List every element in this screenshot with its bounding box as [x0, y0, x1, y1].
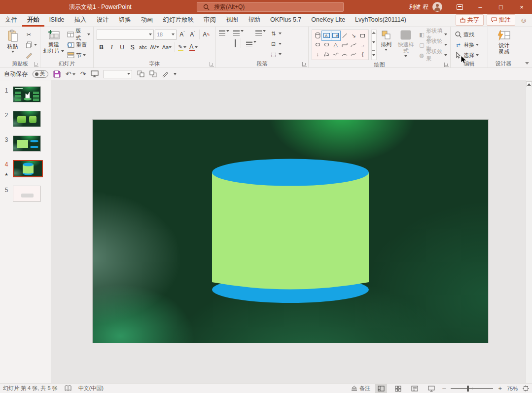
- format-painter-button[interactable]: [24, 51, 38, 60]
- shape-elbow-connector[interactable]: [340, 40, 349, 50]
- slide-thumbnail-2[interactable]: 2: [0, 111, 51, 127]
- close-button[interactable]: ×: [511, 0, 532, 14]
- tab-animations[interactable]: 动画: [136, 14, 158, 27]
- increase-font-button[interactable]: Aˆ: [177, 30, 187, 40]
- shape-down-arrow[interactable]: ↓: [313, 49, 322, 59]
- start-slideshow-button[interactable]: [91, 70, 99, 77]
- qat-overflow-caret[interactable]: [174, 73, 177, 75]
- shape-rectangle[interactable]: [358, 31, 367, 40]
- maximize-button[interactable]: □: [491, 0, 511, 14]
- tab-file[interactable]: 文件: [0, 14, 22, 27]
- shape-triangle[interactable]: △: [331, 40, 340, 50]
- tab-onekey[interactable]: OneKey Lite: [306, 14, 350, 27]
- share-button[interactable]: 共享: [456, 14, 484, 26]
- zoom-percent[interactable]: 75%: [507, 386, 518, 392]
- text-shadow-button[interactable]: S: [128, 42, 137, 53]
- shape-freeform[interactable]: [322, 49, 331, 59]
- slide-thumbnail-3[interactable]: 3: [0, 135, 51, 152]
- shape-scribble[interactable]: [331, 49, 340, 59]
- section-button[interactable]: 节: [66, 51, 91, 60]
- convert-smartart-button[interactable]: ⬚: [269, 50, 283, 59]
- feedback-smiley-icon[interactable]: ☺: [520, 16, 527, 24]
- shape-curve[interactable]: [349, 49, 358, 59]
- gallery-down-caret[interactable]: [372, 41, 375, 43]
- redo-button[interactable]: ↷: [80, 70, 86, 78]
- shape-right-arrow[interactable]: →: [358, 40, 367, 50]
- search-box[interactable]: 搜索(Alt+Q): [197, 2, 344, 12]
- slide-thumb-image[interactable]: [13, 160, 43, 177]
- align-text-button[interactable]: ⊡: [269, 39, 283, 48]
- columns-button[interactable]: [246, 41, 256, 46]
- shape-textbox[interactable]: A: [322, 31, 331, 40]
- quick-styles-button[interactable]: 快速样式: [396, 29, 416, 61]
- normal-view-button[interactable]: [375, 384, 387, 393]
- gallery-more-button[interactable]: [372, 50, 375, 58]
- font-dialog-launcher[interactable]: [210, 62, 214, 66]
- send-backward-button[interactable]: [149, 70, 157, 77]
- tab-review[interactable]: 审阅: [199, 14, 221, 27]
- autosave-toggle[interactable]: 关: [33, 70, 48, 78]
- language-indicator[interactable]: 中文(中国): [78, 385, 104, 392]
- comments-button[interactable]: 批注: [487, 14, 515, 26]
- reading-view-button[interactable]: [409, 384, 421, 393]
- italic-button[interactable]: I: [107, 42, 116, 53]
- slide-thumb-image[interactable]: [13, 86, 41, 102]
- change-case-button[interactable]: Aa: [161, 42, 173, 53]
- shape-gallery-scrollbar[interactable]: [371, 30, 377, 60]
- drawing-dialog-launcher[interactable]: [444, 63, 449, 67]
- distribute-button[interactable]: [235, 40, 236, 47]
- bring-forward-button[interactable]: [137, 70, 144, 77]
- paragraph-dialog-launcher[interactable]: [302, 62, 307, 66]
- scroll-up-button[interactable]: [526, 81, 532, 87]
- undo-button[interactable]: ↶: [66, 70, 75, 78]
- copy-button[interactable]: [24, 40, 38, 49]
- tab-islide[interactable]: iSlide: [44, 14, 70, 27]
- slide-thumbnail-1[interactable]: 1: [0, 86, 51, 102]
- slide-thumb-image[interactable]: [13, 135, 41, 152]
- line-spacing-button[interactable]: [255, 30, 266, 35]
- numbering-button[interactable]: [233, 30, 244, 35]
- shape-vertical-textbox[interactable]: A: [331, 31, 340, 40]
- shape-arrow[interactable]: ↘: [349, 31, 358, 40]
- bullets-button[interactable]: [219, 30, 229, 35]
- strikethrough-button[interactable]: abc: [138, 42, 148, 53]
- notes-button[interactable]: 备注: [351, 385, 370, 392]
- shape-oval[interactable]: [313, 40, 322, 50]
- tab-transitions[interactable]: 切换: [114, 14, 136, 27]
- shape-gallery[interactable]: A A ↘ △ → ↓ {: [312, 30, 369, 60]
- reset-button[interactable]: 重置: [66, 40, 91, 49]
- cylinder-shape[interactable]: [93, 120, 488, 343]
- shape-arc[interactable]: [340, 49, 349, 59]
- slide-sorter-view-button[interactable]: [392, 384, 404, 393]
- underline-button[interactable]: U: [117, 42, 127, 53]
- avatar[interactable]: [432, 2, 442, 12]
- vertical-scrollbar[interactable]: [525, 80, 532, 383]
- text-direction-button[interactable]: ⇅: [269, 29, 283, 38]
- shape-cylinder[interactable]: [313, 31, 322, 40]
- clipboard-dialog-launcher[interactable]: [34, 62, 38, 66]
- slideshow-view-button[interactable]: [426, 384, 437, 393]
- shape-curved-connector[interactable]: [349, 40, 358, 50]
- bold-button[interactable]: B: [97, 42, 106, 53]
- tab-slideshow[interactable]: 幻灯片放映: [158, 14, 199, 27]
- shape-rounded-rectangle[interactable]: [322, 40, 331, 50]
- layout-button[interactable]: 版式: [66, 30, 91, 39]
- highlight-color-button[interactable]: ✎: [177, 42, 187, 53]
- design-ideas-button[interactable]: 设计灵感: [492, 29, 516, 60]
- paste-button[interactable]: 粘贴: [3, 29, 22, 60]
- new-slide-button[interactable]: 新建幻灯片: [43, 29, 64, 60]
- gallery-up-caret[interactable]: [372, 32, 376, 34]
- tab-design[interactable]: 设计: [92, 14, 114, 27]
- zoom-slider-thumb[interactable]: [467, 386, 469, 392]
- save-button[interactable]: [53, 70, 61, 78]
- zoom-out-button[interactable]: –: [442, 385, 446, 392]
- cut-button[interactable]: ✂: [24, 30, 38, 39]
- font-size-combo[interactable]: 18: [155, 30, 177, 40]
- tab-lvyhtools[interactable]: LvyhTools(201114): [350, 14, 411, 27]
- shape-brace[interactable]: {: [358, 49, 367, 59]
- find-button[interactable]: 查找: [454, 30, 480, 39]
- zoom-slider[interactable]: [451, 388, 493, 389]
- tab-view[interactable]: 视图: [221, 14, 243, 27]
- font-name-combo[interactable]: [97, 30, 154, 40]
- clear-formatting-button[interactable]: A✎: [202, 30, 211, 40]
